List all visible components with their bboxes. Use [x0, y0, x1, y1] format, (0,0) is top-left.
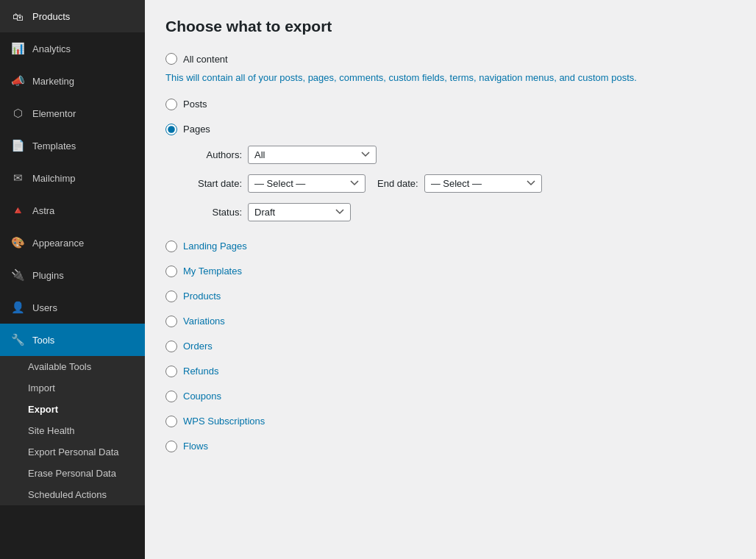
radio-group-all-content: All content This will contain all of you… — [165, 50, 735, 85]
authors-label: Authors: — [183, 149, 242, 160]
sidebar-label-mailchimp: Mailchimp — [32, 173, 76, 184]
submenu-item-site-health[interactable]: Site Health — [0, 420, 145, 441]
coupons-radio[interactable] — [165, 391, 177, 402]
plugins-icon: 🔌 — [10, 268, 25, 282]
start-date-label: Start date: — [183, 178, 242, 189]
wps-subscriptions-radio[interactable] — [165, 416, 177, 427]
variations-label[interactable]: Variations — [165, 313, 735, 330]
sidebar-label-elementor: Elementor — [32, 108, 76, 119]
sidebar-item-astra[interactable]: 🔺 Astra — [0, 194, 145, 227]
radio-group-variations: Variations — [165, 313, 735, 330]
sidebar-item-users[interactable]: 👤 Users — [0, 291, 145, 324]
radio-group-wps-subscriptions: WPS Subscriptions — [165, 413, 735, 430]
my-templates-label[interactable]: My Templates — [165, 263, 735, 280]
wps-subscriptions-label[interactable]: WPS Subscriptions — [165, 413, 735, 430]
pages-text: Pages — [183, 124, 210, 135]
radio-group-flows: Flows — [165, 438, 735, 455]
radio-group-posts: Posts — [165, 96, 735, 113]
sidebar-item-plugins[interactable]: 🔌 Plugins — [0, 259, 145, 291]
products-text: Products — [183, 291, 221, 302]
landing-pages-label[interactable]: Landing Pages — [165, 238, 735, 255]
submenu-item-export[interactable]: Export — [0, 399, 145, 420]
sidebar-item-elementor[interactable]: ⬡ Elementor — [0, 97, 145, 129]
radio-group-pages: Pages Authors: All Start date: — Select … — [165, 121, 735, 221]
refunds-text: Refunds — [183, 366, 218, 377]
products-label[interactable]: Products — [165, 288, 735, 305]
sidebar-item-mailchimp[interactable]: ✉ Mailchimp — [0, 162, 145, 194]
sidebar-label-marketing: Marketing — [32, 76, 74, 87]
authors-select[interactable]: All — [248, 146, 377, 164]
radio-group-my-templates: My Templates — [165, 263, 735, 280]
sidebar-label-appearance: Appearance — [32, 238, 84, 249]
sidebar-label-templates: Templates — [32, 140, 76, 152]
coupons-label[interactable]: Coupons — [165, 388, 735, 405]
products-icon: 🛍 — [10, 9, 25, 24]
date-row: Start date: — Select — End date: — Selec… — [183, 174, 735, 193]
orders-radio[interactable] — [165, 341, 177, 352]
flows-radio[interactable] — [165, 441, 177, 452]
pages-options: Authors: All Start date: — Select — End … — [183, 146, 735, 221]
orders-label[interactable]: Orders — [165, 338, 735, 355]
other-options: Landing PagesMy TemplatesProductsVariati… — [165, 238, 735, 455]
radio-group-products: Products — [165, 288, 735, 305]
sidebar-item-analytics[interactable]: 📊 Analytics — [0, 32, 145, 65]
posts-label[interactable]: Posts — [165, 96, 735, 113]
sidebar-label-astra: Astra — [32, 205, 54, 216]
flows-label[interactable]: Flows — [165, 438, 735, 455]
sidebar-label-tools: Tools — [32, 335, 54, 346]
sidebar-item-templates[interactable]: 📄 Templates — [0, 129, 145, 162]
submenu-item-scheduled-actions[interactable]: Scheduled Actions — [0, 484, 145, 505]
flows-text: Flows — [183, 441, 208, 452]
radio-group-coupons: Coupons — [165, 388, 735, 405]
submenu-item-available-tools[interactable]: Available Tools — [0, 356, 145, 377]
end-date-select[interactable]: — Select — — [424, 174, 542, 193]
posts-radio[interactable] — [165, 99, 177, 110]
marketing-icon: 📣 — [10, 74, 25, 88]
my-templates-text: My Templates — [183, 266, 242, 277]
templates-icon: 📄 — [10, 138, 25, 153]
status-row: Status: Draft — [183, 203, 735, 221]
all-content-hint: This will contain all of your posts, pag… — [165, 71, 735, 85]
mailchimp-icon: ✉ — [10, 171, 25, 185]
elementor-icon: ⬡ — [10, 106, 25, 121]
refunds-radio[interactable] — [165, 366, 177, 377]
main-content: Choose what to export All content This w… — [145, 0, 756, 559]
landing-pages-text: Landing Pages — [183, 241, 247, 252]
status-select[interactable]: Draft — [248, 203, 351, 221]
landing-pages-radio[interactable] — [165, 241, 177, 252]
authors-row: Authors: All — [183, 146, 735, 164]
products-radio[interactable] — [165, 291, 177, 302]
status-label: Status: — [183, 207, 242, 218]
radio-group-refunds: Refunds — [165, 363, 735, 380]
variations-text: Variations — [183, 316, 225, 327]
start-date-select[interactable]: — Select — — [248, 174, 365, 193]
submenu-item-export-personal-data[interactable]: Export Personal Data — [0, 441, 145, 463]
sidebar-item-marketing[interactable]: 📣 Marketing — [0, 65, 145, 97]
sidebar-label-analytics: Analytics — [32, 43, 71, 54]
tools-icon: 🔧 — [10, 332, 25, 347]
refunds-label[interactable]: Refunds — [165, 363, 735, 380]
wps-subscriptions-text: WPS Subscriptions — [183, 416, 265, 427]
appearance-icon: 🎨 — [10, 235, 25, 250]
sidebar-item-products[interactable]: 🛍 Products — [0, 0, 145, 32]
submenu-item-import[interactable]: Import — [0, 377, 145, 399]
tools-submenu: Available ToolsImportExportSite HealthEx… — [0, 356, 145, 505]
radio-group-orders: Orders — [165, 338, 735, 355]
submenu-item-erase-personal-data[interactable]: Erase Personal Data — [0, 463, 145, 484]
coupons-text: Coupons — [183, 391, 221, 402]
sidebar-label-plugins: Plugins — [32, 270, 64, 281]
pages-label[interactable]: Pages — [165, 121, 735, 138]
orders-text: Orders — [183, 341, 213, 352]
users-icon: 👤 — [10, 300, 25, 315]
pages-radio[interactable] — [165, 124, 177, 135]
all-content-label[interactable]: All content — [165, 50, 735, 68]
page-title: Choose what to export — [165, 18, 735, 35]
all-content-radio[interactable] — [165, 53, 177, 65]
sidebar: 🛍 Products📊 Analytics📣 Marketing⬡ Elemen… — [0, 0, 145, 559]
sidebar-label-products: Products — [32, 11, 70, 22]
sidebar-item-appearance[interactable]: 🎨 Appearance — [0, 227, 145, 259]
my-templates-radio[interactable] — [165, 266, 177, 277]
analytics-icon: 📊 — [10, 41, 25, 56]
variations-radio[interactable] — [165, 316, 177, 327]
sidebar-item-tools[interactable]: 🔧 Tools — [0, 324, 145, 356]
